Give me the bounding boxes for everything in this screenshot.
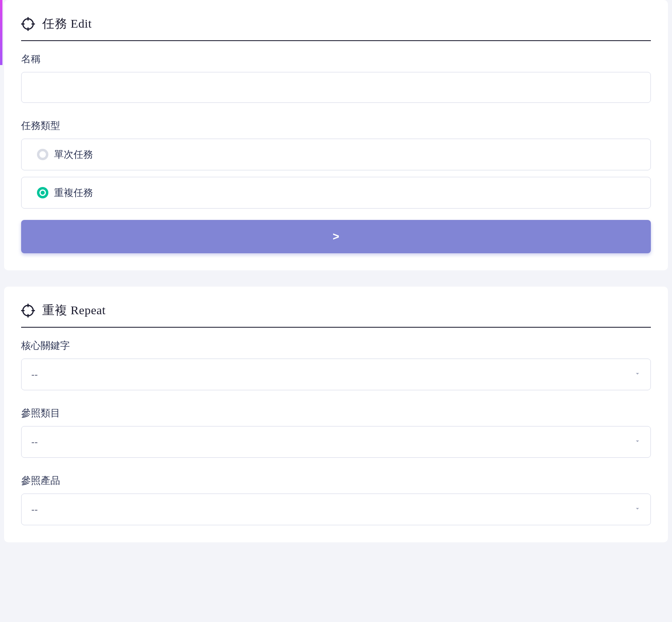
crosshair-icon	[21, 17, 35, 31]
radio-selected-icon	[37, 187, 48, 198]
ref-category-field: 參照類目 --	[21, 407, 651, 458]
radio-unselected-icon	[37, 149, 48, 160]
ref-category-label: 參照類目	[21, 407, 651, 420]
ref-product-field: 參照產品 --	[21, 474, 651, 525]
repeat-title-en: Repeat	[71, 303, 106, 317]
ref-product-value: --	[31, 504, 38, 515]
ref-product-select[interactable]: --	[21, 494, 651, 525]
edit-card: 任務 Edit 名稱 任務類型 單次任務 重複任務 >	[4, 0, 668, 270]
radio-repeat-task[interactable]: 重複任務	[21, 177, 651, 209]
edit-title-zh: 任務	[42, 17, 67, 30]
radio-single-task[interactable]: 單次任務	[21, 139, 651, 170]
ref-category-value: --	[31, 436, 38, 448]
core-keyword-value: --	[31, 369, 38, 380]
edit-card-title: 任務 Edit	[42, 15, 92, 32]
edit-card-header: 任務 Edit	[21, 15, 651, 41]
name-field: 名稱	[21, 52, 651, 119]
task-type-label: 任務類型	[21, 119, 651, 132]
ref-product-label: 參照產品	[21, 474, 651, 487]
repeat-card-title: 重複 Repeat	[42, 302, 106, 319]
crosshair-icon	[21, 304, 35, 318]
core-keyword-field: 核心關鍵字 --	[21, 339, 651, 390]
ref-category-select[interactable]: --	[21, 426, 651, 458]
repeat-card-header: 重複 Repeat	[21, 302, 651, 328]
core-keyword-select[interactable]: --	[21, 359, 651, 390]
edit-title-en: Edit	[71, 17, 92, 30]
name-input[interactable]	[21, 72, 651, 103]
accent-bar	[0, 0, 2, 65]
repeat-title-zh: 重複	[42, 303, 67, 317]
name-label: 名稱	[21, 52, 651, 65]
task-type-field: 任務類型 單次任務 重複任務	[21, 119, 651, 209]
radio-repeat-label: 重複任務	[54, 186, 93, 199]
core-keyword-label: 核心關鍵字	[21, 339, 651, 352]
radio-single-label: 單次任務	[54, 148, 93, 161]
repeat-card: 重複 Repeat 核心關鍵字 -- 參照類目 --	[4, 287, 668, 542]
next-button[interactable]: >	[21, 220, 651, 253]
